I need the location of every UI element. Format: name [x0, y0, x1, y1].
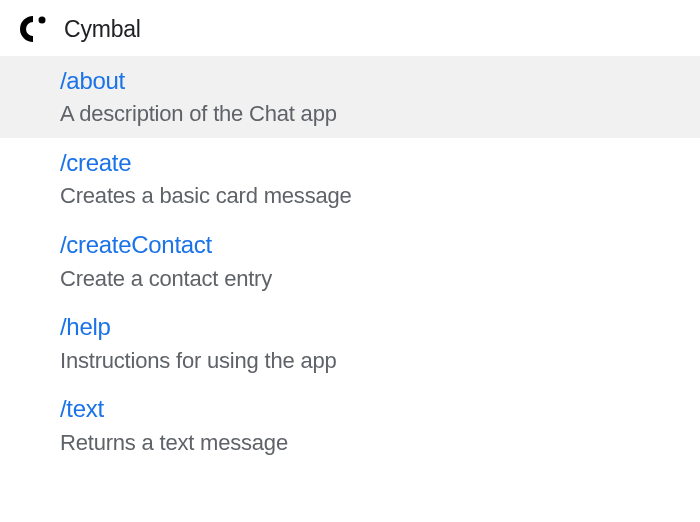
command-name: /help [60, 311, 700, 343]
command-list: /about A description of the Chat app /cr… [0, 56, 700, 466]
command-name: /about [60, 65, 700, 97]
command-item-createcontact[interactable]: /createContact Create a contact entry [0, 220, 700, 302]
command-item-text[interactable]: /text Returns a text message [0, 384, 700, 466]
cymbal-logo-icon [18, 14, 48, 44]
svg-point-0 [39, 17, 46, 24]
command-description: A description of the Chat app [60, 99, 700, 129]
command-description: Instructions for using the app [60, 346, 700, 376]
command-item-about[interactable]: /about A description of the Chat app [0, 56, 700, 138]
app-header: Cymbal [0, 0, 700, 56]
command-name: /text [60, 393, 700, 425]
command-item-help[interactable]: /help Instructions for using the app [0, 302, 700, 384]
command-item-create[interactable]: /create Creates a basic card message [0, 138, 700, 220]
command-name: /create [60, 147, 700, 179]
command-description: Create a contact entry [60, 264, 700, 294]
command-name: /createContact [60, 229, 700, 261]
app-name: Cymbal [64, 16, 141, 43]
command-description: Returns a text message [60, 428, 700, 458]
command-description: Creates a basic card message [60, 181, 700, 211]
